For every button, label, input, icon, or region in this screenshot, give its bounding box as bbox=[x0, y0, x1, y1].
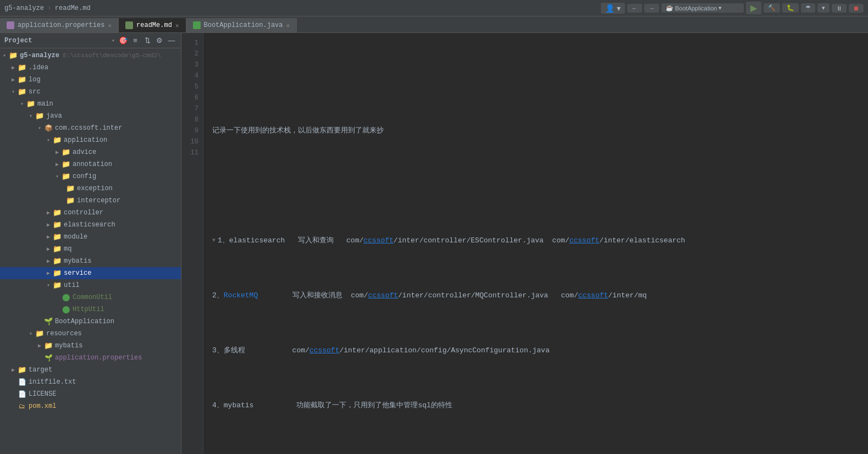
module-label: module bbox=[64, 233, 87, 241]
line6-text2: /inter/application/config/AsyncConfigura… bbox=[339, 345, 549, 356]
line5-link1[interactable]: ccssoft bbox=[368, 290, 398, 301]
forward-button[interactable]: → bbox=[644, 4, 659, 13]
line5-rocketmq[interactable]: RocketMQ bbox=[224, 290, 258, 301]
tree-item-target[interactable]: ▶ 📁 target bbox=[0, 364, 181, 376]
tree-item-annotation[interactable]: ▶ 📁 annotation bbox=[0, 158, 181, 170]
tree-item-java[interactable]: ▾ 📁 java bbox=[0, 110, 181, 122]
build-button[interactable]: 🔨 bbox=[764, 3, 780, 13]
fold-icon-4[interactable]: ▼ bbox=[212, 235, 215, 246]
tab-readme[interactable]: readMe.md ✕ bbox=[119, 18, 186, 32]
tree-item-module[interactable]: ▶ 📁 module bbox=[0, 231, 181, 243]
sidebar-tree: ▾ 📁 g5-analyze E:\ccssoft\devcode\g5-cmd… bbox=[0, 48, 181, 454]
tree-item-bootapp[interactable]: 🌱 BootApplication bbox=[0, 315, 181, 328]
tree-item-pom[interactable]: 🗂 pom.xml bbox=[0, 400, 181, 412]
tree-item-idea[interactable]: ▶ 📁 .idea bbox=[0, 62, 181, 74]
advice-label: advice bbox=[73, 148, 96, 156]
tab-boot-close[interactable]: ✕ bbox=[286, 22, 290, 29]
line6-link[interactable]: ccssoft bbox=[309, 345, 340, 356]
stop-button[interactable]: ⏹ bbox=[849, 4, 864, 13]
tab-appprops-close[interactable]: ✕ bbox=[108, 22, 112, 29]
util-folder-icon: 📁 bbox=[53, 281, 62, 290]
advice-arrow: ▶ bbox=[53, 149, 62, 156]
debug-button[interactable]: 🐛 bbox=[782, 3, 799, 13]
sidebar-settings-btn[interactable]: ⚙ bbox=[154, 36, 164, 45]
coverage-button[interactable]: ☂ bbox=[801, 3, 815, 13]
user-button[interactable]: 👤 ▾ bbox=[601, 3, 625, 14]
run-config-button[interactable]: ☕ BootApplication ▾ bbox=[661, 3, 744, 13]
target-folder-icon: 📁 bbox=[18, 366, 26, 374]
editor-line-3 bbox=[212, 180, 868, 191]
log-arrow: ▶ bbox=[9, 76, 18, 83]
resources-label: resources bbox=[46, 330, 82, 337]
tree-item-util[interactable]: ▾ 📁 util bbox=[0, 279, 181, 291]
service-label: service bbox=[64, 269, 91, 277]
line-num-9: 9 bbox=[181, 125, 203, 136]
sidebar-expand-btn[interactable]: ⇅ bbox=[142, 36, 152, 45]
editor-content[interactable]: 记录一下使用到的技术栈，以后做东西要用到了就来抄 ▼ 1、elasticsear… bbox=[203, 33, 868, 454]
tree-item-license[interactable]: 📄 LICENSE bbox=[0, 388, 181, 400]
tree-item-initfile[interactable]: 📄 initfile.txt bbox=[0, 376, 181, 388]
pause-button[interactable]: ⏸ bbox=[832, 4, 847, 13]
src-folder-icon: 📁 bbox=[18, 87, 26, 96]
tree-item-application[interactable]: ▾ 📁 application bbox=[0, 134, 181, 146]
commonutil-icon: ⬤ bbox=[62, 293, 70, 302]
line4-mid1: /inter/controller/ESController.java com/ bbox=[394, 235, 570, 246]
idea-label: .idea bbox=[29, 64, 48, 71]
pom-label: pom.xml bbox=[29, 402, 56, 410]
tree-item-app-props[interactable]: 🌱 application.properties bbox=[0, 352, 181, 364]
util-label: util bbox=[64, 281, 80, 289]
editor-line-5: 2、RocketMQ 写入和接收消息 com/ccssoft/inter/con… bbox=[212, 290, 868, 301]
line5-link2[interactable]: ccssoft bbox=[578, 290, 609, 301]
root-folder-icon: 📁 bbox=[9, 51, 18, 60]
title-bar-left: g5-analyze › readMe.md bbox=[4, 4, 91, 12]
more-button[interactable]: ▾ bbox=[817, 3, 830, 13]
tree-item-controller[interactable]: ▶ 📁 controller bbox=[0, 207, 181, 219]
tab-readme-icon bbox=[125, 21, 133, 29]
sidebar-close-btn[interactable]: — bbox=[167, 36, 176, 45]
controller-label: controller bbox=[64, 209, 103, 217]
main-arrow: ▾ bbox=[18, 101, 26, 107]
tab-boot-label: BootApplication.java bbox=[204, 21, 283, 29]
tree-item-resources[interactable]: ▾ 📁 resources bbox=[0, 328, 181, 340]
line4-link2[interactable]: ccssoft bbox=[570, 235, 600, 246]
tree-item-mybatis[interactable]: ▶ 📁 mybatis bbox=[0, 255, 181, 267]
tree-item-commonutil[interactable]: ⬤ CommonUtil bbox=[0, 291, 181, 303]
title-bar-right: 👤 ▾ ← → ☕ BootApplication ▾ ▶ 🔨 🐛 ☂ ▾ ⏸ … bbox=[601, 2, 864, 14]
editor-line-7: 4、mybatis 功能截取了一下，只用到了他集中管理sql的特性 bbox=[212, 400, 868, 411]
commonutil-label: CommonUtil bbox=[73, 294, 112, 301]
mybatis-arrow: ▶ bbox=[44, 258, 53, 264]
tree-item-interceptor[interactable]: 📁 interceptor bbox=[0, 195, 181, 207]
tree-item-package[interactable]: ▾ 📦 com.ccssoft.inter bbox=[0, 122, 181, 134]
app-props-icon: 🌱 bbox=[44, 353, 53, 362]
tree-item-advice[interactable]: ▶ 📁 advice bbox=[0, 146, 181, 158]
tree-item-log[interactable]: ▶ 📁 log bbox=[0, 74, 181, 86]
line6-text1: 3、多线程 com/ bbox=[212, 345, 309, 356]
tree-item-mq[interactable]: ▶ 📁 mq bbox=[0, 243, 181, 255]
sidebar-locate-btn[interactable]: 🎯 bbox=[118, 36, 128, 45]
application-folder-icon: 📁 bbox=[53, 136, 62, 145]
tree-item-root[interactable]: ▾ 📁 g5-analyze E:\ccssoft\devcode\g5-cmd… bbox=[0, 49, 181, 62]
sidebar-collapse-btn[interactable]: ≡ bbox=[130, 36, 140, 45]
tab-readme-close[interactable]: ✕ bbox=[175, 22, 179, 29]
tree-item-httputil[interactable]: ⬤ HttpUtil bbox=[0, 303, 181, 315]
service-folder-icon: 📁 bbox=[53, 269, 62, 278]
sidebar-title: Project bbox=[4, 37, 108, 45]
tree-item-src[interactable]: ▾ 📁 src bbox=[0, 86, 181, 98]
line4-link1[interactable]: ccssoft bbox=[363, 235, 394, 246]
editor-line-1 bbox=[212, 70, 868, 81]
tree-item-config[interactable]: ▾ 📁 config bbox=[0, 170, 181, 182]
tab-readme-label: readMe.md bbox=[136, 21, 172, 29]
package-arrow: ▾ bbox=[35, 125, 44, 131]
tree-item-service[interactable]: ▶ 📁 service bbox=[0, 267, 181, 279]
resources-arrow: ▾ bbox=[26, 330, 35, 337]
tree-item-main[interactable]: ▾ 📁 main bbox=[0, 98, 181, 110]
tab-appprops-icon bbox=[7, 21, 14, 29]
tab-boot[interactable]: BootApplication.java ✕ bbox=[186, 18, 297, 32]
tree-item-exception[interactable]: 📁 exception bbox=[0, 182, 181, 195]
tree-item-elasticsearch[interactable]: ▶ 📁 elasticsearch bbox=[0, 219, 181, 231]
back-button[interactable]: ← bbox=[627, 4, 642, 13]
line7-text: 4、mybatis 功能截取了一下，只用到了他集中管理sql的特性 bbox=[212, 400, 452, 411]
tree-item-mybatis-res[interactable]: ▶ 📁 mybatis bbox=[0, 340, 181, 352]
run-button[interactable]: ▶ bbox=[746, 2, 761, 14]
tab-appprops[interactable]: application.properties ✕ bbox=[0, 18, 119, 32]
